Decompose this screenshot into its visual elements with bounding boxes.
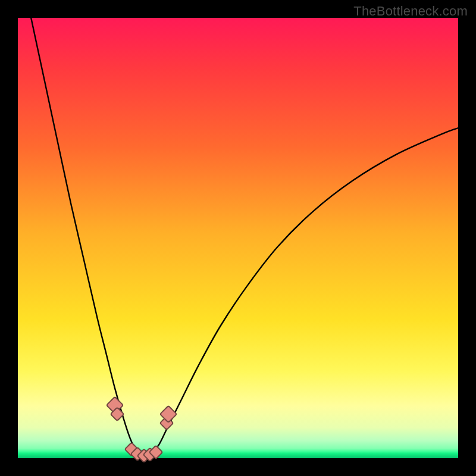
watermark-text: TheBottleneck.com	[353, 4, 468, 19]
chart-frame: TheBottleneck.com	[0, 0, 476, 476]
marker-layer	[18, 18, 458, 458]
